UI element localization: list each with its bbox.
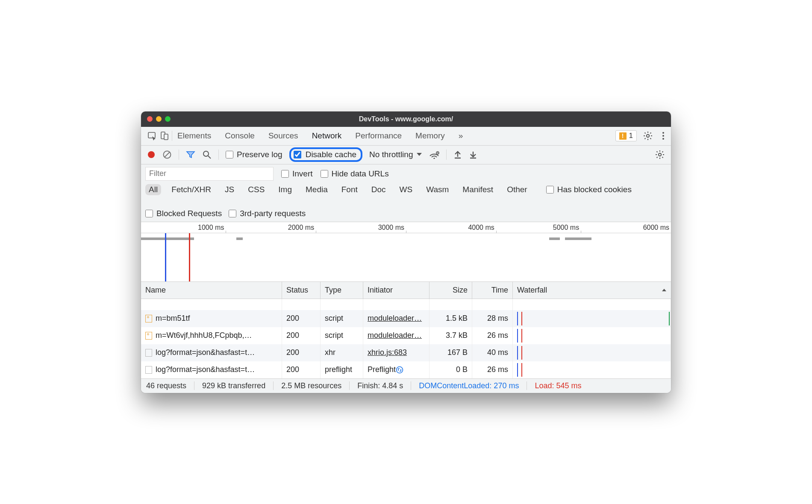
request-initiator-link[interactable]: moduleloader…: [368, 314, 422, 323]
request-row[interactable]: log?format=json&hasfast=t… 200 xhr xhrio…: [141, 344, 671, 361]
type-chip-ws[interactable]: WS: [396, 184, 416, 195]
warning-icon: !: [619, 132, 627, 140]
request-size: 0 B: [430, 361, 472, 378]
type-chip-other[interactable]: Other: [503, 184, 531, 195]
type-chip-fetchxhr[interactable]: Fetch/XHR: [168, 184, 215, 195]
type-chip-doc[interactable]: Doc: [368, 184, 389, 195]
column-time[interactable]: Time: [472, 282, 513, 299]
type-chip-css[interactable]: CSS: [244, 184, 268, 195]
request-row[interactable]: log?format=json&hasfast=t… 200 preflight…: [141, 361, 671, 378]
tab-performance[interactable]: Performance: [354, 128, 403, 144]
tab-console[interactable]: Console: [224, 128, 256, 144]
tab-memory[interactable]: Memory: [415, 128, 446, 144]
search-icon[interactable]: [202, 150, 212, 159]
status-resources: 2.5 MB resources: [281, 381, 341, 390]
request-time: 26 ms: [472, 327, 513, 344]
settings-icon[interactable]: [643, 131, 653, 141]
divider: [179, 149, 179, 160]
fullscreen-window-button[interactable]: [165, 116, 171, 122]
tab-network[interactable]: Network: [311, 128, 343, 144]
clear-button[interactable]: [162, 150, 172, 159]
disable-cache-checkbox[interactable]: Disable cache: [294, 150, 356, 159]
type-chip-img[interactable]: Img: [275, 184, 295, 195]
invert-checkbox[interactable]: Invert: [281, 169, 313, 179]
main-tabs-bar: Elements Console Sources Network Perform…: [141, 127, 671, 146]
disable-cache-highlight: Disable cache: [289, 147, 362, 162]
script-file-icon: [145, 332, 152, 340]
record-button[interactable]: [147, 150, 156, 159]
issues-count: 1: [629, 132, 633, 140]
waterfall-cell: [513, 361, 671, 378]
svg-point-17: [397, 366, 403, 373]
request-initiator-link[interactable]: moduleloader…: [368, 331, 422, 340]
tick: 6000 ms: [643, 224, 671, 231]
request-time: 40 ms: [472, 344, 513, 361]
type-chip-js[interactable]: JS: [221, 184, 238, 195]
column-name[interactable]: Name: [141, 282, 282, 299]
svg-point-7: [148, 151, 155, 158]
has-blocked-cookies-label: Has blocked cookies: [557, 185, 632, 194]
column-size[interactable]: Size: [430, 282, 472, 299]
request-row[interactable]: m=bm51tf 200 script moduleloader… 1.5 kB…: [141, 310, 671, 327]
waterfall-cell: [513, 327, 671, 344]
hide-data-urls-checkbox[interactable]: Hide data URLs: [321, 169, 389, 179]
svg-point-12: [434, 158, 435, 159]
more-icon[interactable]: [659, 131, 668, 141]
request-name: log?format=json&hasfast=t…: [156, 365, 255, 374]
minimize-window-button[interactable]: [156, 116, 162, 122]
load-marker: [189, 233, 190, 281]
request-status: 200: [282, 344, 321, 361]
column-type[interactable]: Type: [321, 282, 363, 299]
svg-rect-0: [148, 132, 155, 138]
throttling-dropdown[interactable]: No throttling: [369, 150, 422, 159]
network-conditions-icon[interactable]: [429, 150, 439, 159]
download-har-icon[interactable]: [469, 150, 477, 159]
type-chip-manifest[interactable]: Manifest: [459, 184, 497, 195]
type-chip-wasm[interactable]: Wasm: [423, 184, 452, 195]
preserve-log-checkbox[interactable]: Preserve log: [226, 150, 282, 159]
tab-elements[interactable]: Elements: [177, 128, 212, 144]
generic-file-icon: [145, 349, 152, 357]
request-initiator-link[interactable]: xhrio.js:683: [368, 348, 407, 357]
issues-badge[interactable]: ! 1: [615, 130, 637, 141]
type-chip-font[interactable]: Font: [338, 184, 361, 195]
network-toolbar: Preserve log Disable cache No throttling: [141, 146, 671, 164]
status-transferred: 929 kB transferred: [202, 381, 265, 390]
timeline-activity: [549, 237, 560, 240]
tick: 3000 ms: [378, 224, 406, 231]
panel-settings-icon[interactable]: [655, 149, 665, 160]
tick: 5000 ms: [553, 224, 581, 231]
close-window-button[interactable]: [147, 116, 153, 122]
third-party-checkbox[interactable]: 3rd-party requests: [229, 209, 306, 218]
request-name: m=Wt6vjf,hhhU8,FCpbqb,…: [156, 331, 252, 340]
table-spacer: [141, 299, 671, 310]
type-chip-all[interactable]: All: [145, 184, 161, 195]
overview-timeline[interactable]: 1000 ms 2000 ms 3000 ms 4000 ms 5000 ms …: [141, 222, 671, 282]
request-status: 200: [282, 327, 321, 344]
device-toolbar-icon[interactable]: [159, 131, 169, 141]
type-chip-media[interactable]: Media: [302, 184, 331, 195]
request-row[interactable]: m=Wt6vjf,hhhU8,FCpbqb,… 200 script modul…: [141, 327, 671, 344]
column-waterfall[interactable]: Waterfall: [513, 282, 671, 299]
preserve-log-input[interactable]: [226, 151, 233, 158]
inspect-element-icon[interactable]: [147, 131, 157, 141]
blocked-requests-checkbox[interactable]: Blocked Requests: [145, 209, 222, 218]
third-party-label: 3rd-party requests: [240, 209, 306, 218]
tabs-overflow[interactable]: »: [458, 128, 464, 144]
filter-input[interactable]: [145, 167, 274, 181]
tab-sources[interactable]: Sources: [268, 128, 299, 144]
column-initiator[interactable]: Initiator: [363, 282, 430, 299]
svg-rect-2: [164, 134, 168, 140]
request-status: 200: [282, 361, 321, 378]
svg-point-4: [662, 132, 664, 134]
request-time: 28 ms: [472, 310, 513, 327]
disable-cache-input[interactable]: [294, 151, 301, 158]
column-status[interactable]: Status: [282, 282, 321, 299]
request-name: m=bm51tf: [156, 314, 190, 323]
has-blocked-cookies-checkbox[interactable]: Has blocked cookies: [546, 185, 632, 194]
chevron-down-icon: [416, 152, 422, 157]
request-type: xhr: [321, 344, 363, 361]
filter-icon[interactable]: [186, 150, 195, 159]
request-size: 167 B: [430, 344, 472, 361]
upload-har-icon[interactable]: [453, 150, 462, 159]
